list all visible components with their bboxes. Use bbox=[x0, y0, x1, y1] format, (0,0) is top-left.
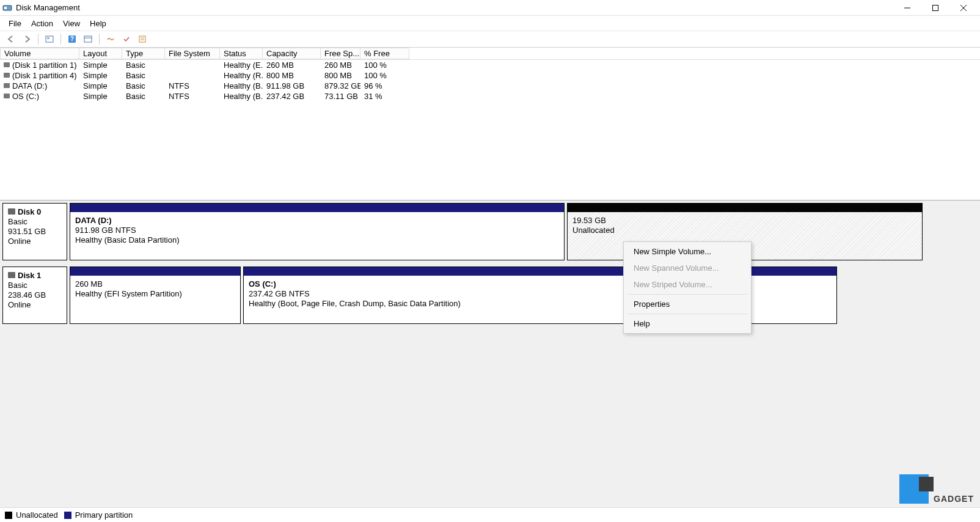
menu-action[interactable]: Action bbox=[26, 18, 58, 29]
table-row[interactable]: OS (C:)SimpleBasicNTFSHealthy (B...237.4… bbox=[0, 91, 980, 101]
svg-rect-1 bbox=[4, 7, 7, 9]
partitions: 260 MBHealthy (EFI System Partition)OS (… bbox=[70, 267, 978, 324]
context-item[interactable]: Properties bbox=[625, 296, 750, 312]
settings-icon[interactable] bbox=[82, 33, 94, 45]
app-icon bbox=[2, 3, 12, 13]
col-capacity[interactable]: Capacity bbox=[263, 48, 321, 59]
table-row[interactable]: (Disk 1 partition 1)SimpleBasicHealthy (… bbox=[0, 60, 980, 70]
cell-free: 800 MB bbox=[321, 71, 360, 80]
context-separator bbox=[627, 314, 747, 314]
cell-volume: (Disk 1 partition 1) bbox=[0, 61, 79, 70]
cell-capacity: 260 MB bbox=[263, 61, 321, 70]
menu-help[interactable]: Help bbox=[85, 18, 111, 29]
partition-body: DATA (D:)911.98 GB NTFSHealthy (Basic Da… bbox=[70, 212, 564, 260]
cell-status: Healthy (R... bbox=[220, 71, 263, 80]
context-item[interactable]: New Simple Volume... bbox=[625, 243, 750, 260]
menu-bar: File Action View Help bbox=[0, 16, 980, 31]
disk-status: Online bbox=[8, 237, 62, 246]
partition-bar bbox=[70, 267, 240, 276]
cell-free: 73.11 GB bbox=[321, 92, 360, 101]
context-item: New Striped Volume... bbox=[625, 276, 750, 293]
check-icon[interactable] bbox=[120, 33, 133, 45]
disk-icon bbox=[4, 83, 10, 88]
cell-volume: DATA (D:) bbox=[0, 81, 79, 90]
help-icon[interactable]: ? bbox=[66, 33, 78, 45]
legend-primary-swatch bbox=[64, 512, 71, 519]
watermark-logo: GADGET bbox=[899, 474, 974, 504]
cell-type: Basic bbox=[122, 61, 165, 70]
disk-info[interactable]: Disk 1Basic238.46 GBOnline bbox=[2, 267, 67, 324]
svg-rect-3 bbox=[933, 5, 938, 10]
cell-status: Healthy (E... bbox=[220, 61, 263, 70]
disk-icon bbox=[4, 94, 10, 98]
context-menu[interactable]: New Simple Volume...New Spanned Volume..… bbox=[623, 241, 751, 334]
svg-rect-12 bbox=[139, 36, 145, 42]
cell-layout: Simple bbox=[79, 61, 122, 70]
back-button[interactable] bbox=[5, 33, 17, 45]
disk-size: 931.51 GB bbox=[8, 227, 62, 237]
svg-rect-7 bbox=[47, 37, 49, 39]
disk-type: Basic bbox=[8, 217, 62, 227]
cell-filesystem: NTFS bbox=[165, 81, 220, 90]
window-title: Disk Management bbox=[16, 3, 893, 12]
window-controls bbox=[893, 0, 978, 16]
cell-capacity: 237.42 GB bbox=[263, 92, 321, 101]
col-status[interactable]: Status bbox=[220, 48, 263, 59]
cell-layout: Simple bbox=[79, 92, 122, 101]
context-separator bbox=[627, 294, 747, 295]
disk-name: Disk 0 bbox=[8, 207, 62, 217]
col-filesystem[interactable]: File System bbox=[165, 48, 220, 59]
col-type[interactable]: Type bbox=[122, 48, 165, 59]
cell-type: Basic bbox=[122, 92, 165, 101]
menu-view[interactable]: View bbox=[58, 18, 85, 29]
partition-body: 260 MBHealthy (EFI System Partition) bbox=[70, 276, 240, 323]
disk-info[interactable]: Disk 0Basic931.51 GBOnline bbox=[2, 203, 67, 260]
cell-percent: 31 % bbox=[360, 92, 409, 101]
legend-primary-label: Primary partition bbox=[75, 510, 133, 520]
disk-graphical-view: Disk 0Basic931.51 GBOnlineDATA (D:)911.9… bbox=[0, 200, 980, 333]
cell-status: Healthy (B... bbox=[220, 81, 263, 90]
close-button[interactable] bbox=[949, 0, 978, 16]
partition[interactable]: 260 MBHealthy (EFI System Partition) bbox=[70, 267, 241, 324]
separator bbox=[60, 34, 61, 45]
partition[interactable]: DATA (D:)911.98 GB NTFSHealthy (Basic Da… bbox=[70, 203, 565, 260]
col-free[interactable]: Free Sp... bbox=[321, 48, 360, 59]
table-row[interactable]: DATA (D:)SimpleBasicNTFSHealthy (B...911… bbox=[0, 81, 980, 91]
disk-size: 238.46 GB bbox=[8, 290, 62, 300]
legend-unallocated-label: Unallocated bbox=[16, 510, 58, 520]
cell-layout: Simple bbox=[79, 81, 122, 90]
disk-status: Online bbox=[8, 300, 62, 310]
maximize-button[interactable] bbox=[921, 0, 949, 16]
separator bbox=[99, 34, 100, 45]
disk-type: Basic bbox=[8, 281, 62, 290]
cell-type: Basic bbox=[122, 81, 165, 90]
minimize-button[interactable] bbox=[893, 0, 921, 16]
legend-unallocated-swatch bbox=[5, 512, 12, 519]
table-header: Volume Layout Type File System Status Ca… bbox=[0, 48, 980, 60]
cell-free: 260 MB bbox=[321, 61, 360, 70]
col-layout[interactable]: Layout bbox=[79, 48, 122, 59]
partitions: DATA (D:)911.98 GB NTFSHealthy (Basic Da… bbox=[70, 203, 978, 260]
cell-percent: 100 % bbox=[360, 61, 409, 70]
partition-status: Healthy (Basic Data Partition) bbox=[75, 235, 559, 245]
watermark-text: GADGET bbox=[934, 494, 974, 504]
forward-button[interactable] bbox=[21, 33, 33, 45]
title-bar: Disk Management bbox=[0, 0, 980, 16]
cell-percent: 96 % bbox=[360, 81, 409, 90]
disk-icon bbox=[8, 272, 15, 278]
refresh-icon[interactable] bbox=[43, 33, 56, 45]
partition-bar bbox=[568, 204, 922, 212]
volume-list[interactable]: Volume Layout Type File System Status Ca… bbox=[0, 48, 980, 200]
action-icon[interactable] bbox=[104, 33, 117, 45]
disk-icon bbox=[8, 208, 15, 215]
context-item[interactable]: Help bbox=[625, 315, 750, 332]
context-item: New Spanned Volume... bbox=[625, 260, 750, 276]
col-percent[interactable]: % Free bbox=[360, 48, 409, 59]
cell-volume: OS (C:) bbox=[0, 92, 79, 101]
table-row[interactable]: (Disk 1 partition 4)SimpleBasicHealthy (… bbox=[0, 70, 980, 81]
disk-row: Disk 0Basic931.51 GBOnlineDATA (D:)911.9… bbox=[2, 203, 978, 260]
col-volume[interactable]: Volume bbox=[0, 48, 79, 59]
list-icon[interactable] bbox=[136, 33, 148, 45]
menu-file[interactable]: File bbox=[4, 18, 26, 29]
partition-size: 911.98 GB NTFS bbox=[75, 226, 559, 235]
